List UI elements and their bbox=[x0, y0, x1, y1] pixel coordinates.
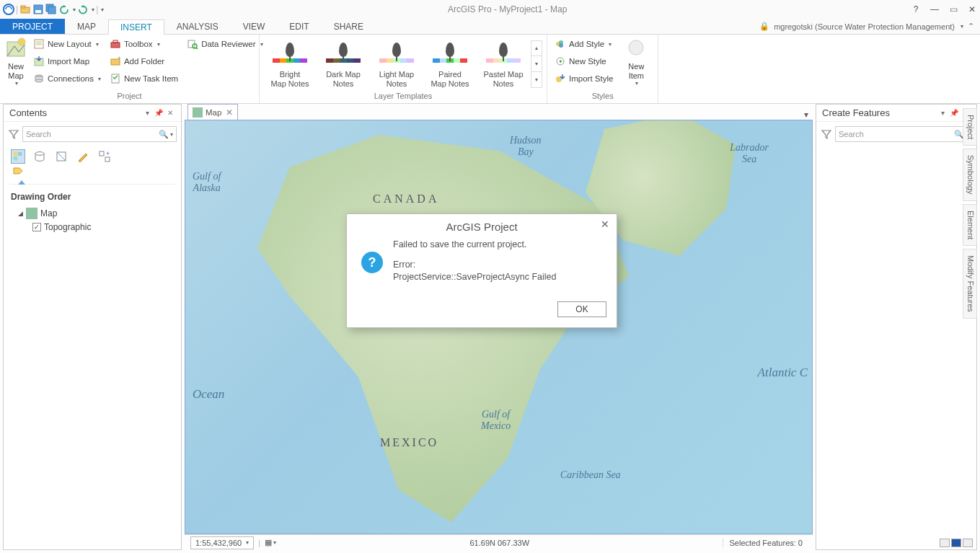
tab-share[interactable]: SHARE bbox=[322, 19, 376, 34]
dialog-close-icon[interactable]: ✕ bbox=[601, 218, 609, 230]
new-item-button[interactable]: New Item▾ bbox=[619, 36, 653, 92]
layer-templates-gallery[interactable]: BrightMap Notes Dark MapNotes Light MapN… bbox=[264, 36, 542, 92]
app-icon[interactable] bbox=[3, 4, 14, 15]
list-by-labeling-icon[interactable] bbox=[11, 165, 25, 180]
scale-input[interactable]: 1:55,432,960▾ bbox=[190, 536, 254, 549]
svg-text:+: + bbox=[118, 56, 121, 61]
gallery-item-bright[interactable]: BrightMap Notes bbox=[264, 40, 316, 87]
save-icon[interactable] bbox=[32, 4, 44, 15]
new-map-label: New Map bbox=[8, 62, 24, 80]
tab-edit[interactable]: EDIT bbox=[277, 19, 321, 34]
list-by-source-icon[interactable] bbox=[32, 149, 47, 164]
minimize-icon[interactable]: — bbox=[930, 4, 940, 14]
map-tab[interactable]: Map ✕ bbox=[187, 104, 238, 120]
panel-dropdown-icon[interactable]: ▾ bbox=[937, 109, 948, 117]
add-style-button[interactable]: Add Style▾ bbox=[552, 36, 616, 52]
gallery-more-icon[interactable]: ▾ bbox=[531, 72, 542, 87]
pause-drawing-icon[interactable]: ▦ bbox=[265, 538, 272, 547]
panel-dropdown-icon[interactable]: ▾ bbox=[142, 109, 152, 117]
view-menu-icon[interactable]: ▾ bbox=[800, 110, 813, 120]
gallery-up-icon[interactable]: ▴ bbox=[531, 41, 542, 57]
group-label-project: Project bbox=[4, 92, 255, 103]
view-mode-1[interactable] bbox=[940, 539, 950, 547]
gallery-down-icon[interactable]: ▾ bbox=[531, 56, 542, 72]
create-search-input[interactable]: Search 🔍▾ bbox=[835, 126, 972, 142]
toolbox-button[interactable]: Toolbox▾ bbox=[107, 36, 181, 52]
window-title: ArcGIS Pro - MyProject1 - Map bbox=[104, 4, 911, 14]
import-map-button[interactable]: Import Map bbox=[30, 53, 104, 69]
connections-icon bbox=[33, 73, 45, 84]
panel-pin-icon[interactable]: 📌 bbox=[949, 109, 959, 117]
open-icon[interactable] bbox=[19, 4, 31, 15]
connections-button[interactable]: Connections▾ bbox=[30, 71, 104, 87]
label-hudson-bay: Hudson Bay bbox=[510, 135, 542, 158]
user-area[interactable]: 🔒 mgregotski (Source Water Protection Ma… bbox=[759, 19, 980, 34]
list-by-editing-icon[interactable] bbox=[76, 149, 90, 164]
tab-map[interactable]: MAP bbox=[65, 19, 108, 34]
layer-checkbox[interactable]: ✓ bbox=[32, 223, 41, 231]
collapse-ribbon-icon[interactable]: ⌃ bbox=[968, 22, 974, 31]
redo-dropdown[interactable]: ▾ bbox=[92, 6, 94, 13]
view-mode-2[interactable] bbox=[951, 539, 961, 547]
view-controls[interactable] bbox=[940, 539, 973, 547]
new-task-item-button[interactable]: New Task Item bbox=[107, 71, 181, 87]
new-style-button[interactable]: ✦New Style bbox=[552, 53, 616, 69]
label-canada: CANADA bbox=[373, 193, 439, 205]
docktab-modify-features[interactable]: Modify Features bbox=[963, 249, 977, 319]
panel-pin-icon[interactable]: 📌 bbox=[154, 109, 164, 117]
docktab-element[interactable]: Element bbox=[963, 204, 977, 246]
svg-rect-34 bbox=[100, 151, 104, 156]
docktab-symbology[interactable]: Symbology bbox=[963, 149, 977, 200]
search-icon[interactable]: 🔍 bbox=[159, 130, 169, 139]
list-by-snapping-icon[interactable]: + bbox=[97, 149, 112, 164]
gallery-item-pastel[interactable]: Pastel MapNotes bbox=[477, 40, 529, 87]
filter-icon[interactable] bbox=[8, 128, 19, 140]
new-map-button[interactable]: New Map▾ bbox=[4, 36, 27, 92]
toc-map-node[interactable]: ◢ Map bbox=[11, 206, 174, 221]
list-by-drawing-icon[interactable] bbox=[11, 149, 25, 164]
new-layout-button[interactable]: New Layout▾ bbox=[30, 36, 104, 52]
new-item-icon bbox=[624, 37, 648, 61]
add-folder-button[interactable]: +Add Folder bbox=[107, 53, 181, 69]
tab-insert[interactable]: INSERT bbox=[108, 19, 164, 35]
svg-rect-29 bbox=[14, 152, 17, 156]
contents-search-input[interactable]: Search 🔍▾ bbox=[22, 126, 177, 142]
panel-close-icon[interactable]: ✕ bbox=[165, 109, 175, 117]
quick-access-toolbar: | ▾ ▾ | ▾ bbox=[3, 4, 104, 15]
search-placeholder: Search bbox=[839, 130, 864, 138]
close-icon[interactable]: ✕ bbox=[967, 4, 977, 14]
docktab-project[interactable]: Project bbox=[963, 108, 977, 146]
expand-icon[interactable]: ◢ bbox=[18, 210, 23, 217]
gallery-item-dark[interactable]: Dark MapNotes bbox=[317, 40, 369, 87]
undo-dropdown[interactable]: ▾ bbox=[73, 6, 76, 13]
new-style-icon: ✦ bbox=[555, 56, 566, 67]
save-all-icon[interactable] bbox=[45, 4, 57, 15]
tab-view[interactable]: VIEW bbox=[231, 19, 278, 34]
gallery-item-light[interactable]: Light MapNotes bbox=[371, 40, 423, 87]
group-label-styles: Styles bbox=[552, 92, 653, 103]
redo-icon[interactable] bbox=[77, 4, 89, 15]
gallery-item-paired[interactable]: PairedMap Notes bbox=[424, 40, 476, 87]
tab-analysis[interactable]: ANALYSIS bbox=[164, 19, 231, 34]
svg-rect-10 bbox=[36, 41, 42, 45]
maximize-icon[interactable]: ▭ bbox=[948, 4, 958, 14]
docked-tabs: Project Symbology Element Modify Feature… bbox=[963, 108, 977, 319]
undo-icon[interactable] bbox=[58, 4, 70, 15]
ribbon-tabs: PROJECT MAP INSERT ANALYSIS VIEW EDIT SH… bbox=[0, 19, 980, 35]
svg-rect-19 bbox=[112, 74, 119, 83]
coordinates: 61.69N 067.33W bbox=[276, 539, 723, 547]
data-reviewer-button[interactable]: Data Reviewer▾ bbox=[184, 36, 265, 52]
close-tab-icon[interactable]: ✕ bbox=[226, 107, 233, 118]
filter-icon[interactable] bbox=[821, 128, 832, 140]
ok-button[interactable]: OK bbox=[557, 301, 606, 317]
gallery-scroll[interactable]: ▴ ▾ ▾ bbox=[531, 40, 542, 88]
list-by-selection-icon[interactable] bbox=[54, 149, 69, 164]
create-features-panel: Create Features ▾ 📌 ✕ Search 🔍▾ bbox=[816, 104, 977, 550]
tab-project[interactable]: PROJECT bbox=[0, 19, 65, 34]
help-icon[interactable]: ? bbox=[911, 4, 921, 14]
import-style-button[interactable]: Import Style bbox=[552, 71, 616, 87]
toc-layer-topographic[interactable]: ✓ Topographic bbox=[11, 221, 174, 234]
drawing-order-header: Drawing Order bbox=[11, 192, 174, 202]
map-frame-icon bbox=[26, 208, 37, 219]
view-mode-3[interactable] bbox=[963, 539, 973, 547]
